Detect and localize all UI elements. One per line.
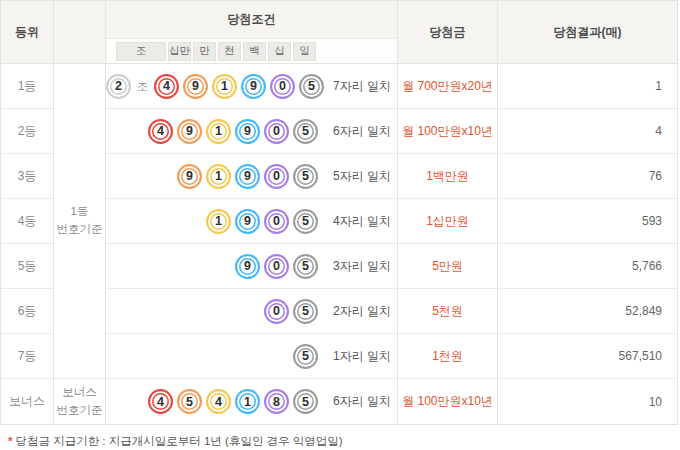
number-ball: 1 xyxy=(206,164,231,189)
ball-group: 454185 xyxy=(148,389,318,414)
prize-amount: 1천원 xyxy=(398,334,498,378)
ball-group: 491905 xyxy=(148,119,318,144)
footnote-text: 당첨금 지급기한 : 지급개시일로부터 1년 (휴일인 경우 익영업일) xyxy=(15,435,342,447)
winner-count: 4 xyxy=(498,109,677,153)
header-condition-title: 당첨조건 xyxy=(106,1,397,39)
number-ball: 5 xyxy=(299,74,324,99)
winner-count: 10 xyxy=(498,379,677,424)
basis-label-line: 번호기준 xyxy=(57,221,103,239)
number-ball: 9 xyxy=(235,119,260,144)
winning-condition-cell: 052자리 일치 xyxy=(106,289,398,333)
number-ball: 8 xyxy=(264,389,289,414)
unit-box-10: 십 xyxy=(268,42,291,61)
match-condition-label: 6자리 일치 xyxy=(318,123,397,140)
table-row: 19054자리 일치1십만원593 xyxy=(106,199,677,244)
winner-count: 52,849 xyxy=(498,289,677,333)
number-ball: 5 xyxy=(177,389,202,414)
header-rank: 등위 xyxy=(1,1,54,63)
rank-cell: 4등 xyxy=(1,199,53,244)
number-basis-column: 1등 번호기준 보너스 번호기준 xyxy=(54,64,106,424)
basis-label-line: 번호기준 xyxy=(57,402,103,420)
prize-amount: 1십만원 xyxy=(398,199,498,243)
ball-group: 2조491905 xyxy=(106,74,324,99)
number-ball: 5 xyxy=(293,164,318,189)
unit-box-100: 백 xyxy=(243,42,266,61)
winning-condition-cell: 51자리 일치 xyxy=(106,334,398,378)
unit-box-jo: 조 xyxy=(116,42,166,61)
number-ball: 5 xyxy=(293,299,318,324)
winner-count: 76 xyxy=(498,154,677,198)
bonus-basis-cell: 보너스 번호기준 xyxy=(54,379,105,424)
winning-condition-cell: 4541856자리 일치 xyxy=(106,379,398,424)
winner-count: 593 xyxy=(498,199,677,243)
table-header: 등위 당첨조건 조 십만 만 천 백 십 일 당첨금 당첨결과(매) xyxy=(1,1,677,64)
payment-deadline-note: *당첨금 지급기한 : 지급개시일로부터 1년 (휴일인 경우 익영업일) xyxy=(8,434,680,449)
number-ball: 1 xyxy=(212,74,237,99)
number-ball: 0 xyxy=(264,164,289,189)
winner-count: 567,510 xyxy=(498,334,677,378)
rows-column: 2조4919057자리 일치월 700만원x20년14919056자리 일치월 … xyxy=(106,64,677,424)
number-ball: 0 xyxy=(264,299,289,324)
match-condition-label: 2자리 일치 xyxy=(318,303,397,320)
number-ball: 5 xyxy=(293,119,318,144)
table-body: 1등2등3등4등5등6등7등보너스 1등 번호기준 보너스 번호기준 2조491… xyxy=(1,64,677,424)
table-row: 052자리 일치5천원52,849 xyxy=(106,289,677,334)
match-condition-label: 7자리 일치 xyxy=(324,78,397,95)
match-condition-label: 1자리 일치 xyxy=(318,348,397,365)
rank-column: 1등2등3등4등5등6등7등보너스 xyxy=(1,64,54,424)
number-ball: 2 xyxy=(106,74,131,99)
unit-box-1k: 천 xyxy=(218,42,241,61)
number-ball: 4 xyxy=(148,389,173,414)
number-ball: 4 xyxy=(154,74,179,99)
rank-cell: 1등 xyxy=(1,64,53,109)
number-ball: 9 xyxy=(235,164,260,189)
unit-box-10k: 만 xyxy=(193,42,216,61)
header-result: 당첨결과(매) xyxy=(498,1,677,63)
winning-condition-cell: 19054자리 일치 xyxy=(106,199,398,243)
match-condition-label: 6자리 일치 xyxy=(318,393,397,410)
table-row: 51자리 일치1천원567,510 xyxy=(106,334,677,379)
header-condition: 당첨조건 조 십만 만 천 백 십 일 xyxy=(106,1,398,63)
ball-group: 91905 xyxy=(177,164,318,189)
digit-unit-row: 조 십만 만 천 백 십 일 xyxy=(106,39,397,63)
first-prize-basis-cell: 1등 번호기준 xyxy=(54,64,105,379)
number-ball: 1 xyxy=(235,389,260,414)
number-ball: 9 xyxy=(177,164,202,189)
winner-count: 5,766 xyxy=(498,244,677,288)
rank-cell: 3등 xyxy=(1,154,53,199)
ball-group: 905 xyxy=(235,254,318,279)
unit-box-1: 일 xyxy=(293,42,316,61)
winning-condition-cell: 9053자리 일치 xyxy=(106,244,398,288)
number-ball: 9 xyxy=(235,254,260,279)
number-ball: 0 xyxy=(264,209,289,234)
basis-label-line: 1등 xyxy=(71,203,89,221)
match-condition-label: 5자리 일치 xyxy=(318,168,397,185)
rank-cell: 7등 xyxy=(1,334,53,379)
number-ball: 5 xyxy=(293,389,318,414)
number-ball: 0 xyxy=(264,119,289,144)
rank-cell: 보너스 xyxy=(1,379,53,424)
prize-amount: 1백만원 xyxy=(398,154,498,198)
number-ball: 5 xyxy=(293,254,318,279)
winning-condition-cell: 919055자리 일치 xyxy=(106,154,398,198)
number-ball: 0 xyxy=(270,74,295,99)
ball-group: 1905 xyxy=(206,209,318,234)
prize-amount: 월 100만원x10년 xyxy=(398,109,498,153)
match-condition-label: 4자리 일치 xyxy=(318,213,397,230)
prize-amount: 월 100만원x10년 xyxy=(398,379,498,424)
prize-amount: 월 700만원x20년 xyxy=(398,64,498,108)
prize-amount: 5만원 xyxy=(398,244,498,288)
number-ball: 9 xyxy=(241,74,266,99)
number-ball: 5 xyxy=(293,344,318,369)
table-row: 2조4919057자리 일치월 700만원x20년1 xyxy=(106,64,677,109)
prize-amount: 5천원 xyxy=(398,289,498,333)
table-row: 4541856자리 일치월 100만원x10년10 xyxy=(106,379,677,424)
table-row: 9053자리 일치5만원5,766 xyxy=(106,244,677,289)
number-ball: 4 xyxy=(148,119,173,144)
header-spacer xyxy=(54,1,106,63)
header-prize: 당첨금 xyxy=(398,1,498,63)
number-ball: 9 xyxy=(235,209,260,234)
ball-group: 05 xyxy=(264,299,318,324)
table-row: 919055자리 일치1백만원76 xyxy=(106,154,677,199)
rank-cell: 2등 xyxy=(1,109,53,154)
